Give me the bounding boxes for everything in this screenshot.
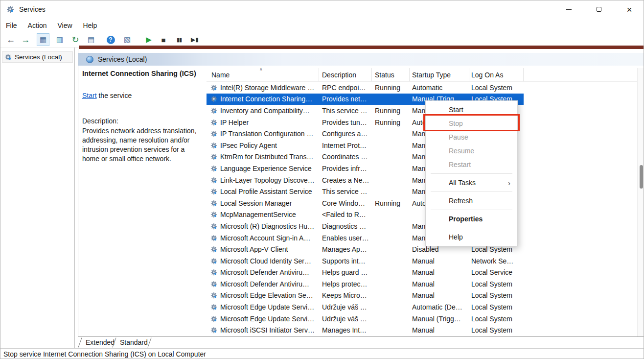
table-row[interactable]: KtmRm for Distributed Trans…Coordinates … [207, 151, 637, 163]
menu-item-properties[interactable]: Properties [426, 212, 517, 226]
service-name-cell: McpManagementService [207, 209, 319, 221]
table-row[interactable]: Microsoft iSCSI Initiator Serv…Manages I… [207, 324, 637, 336]
service-description-cell: Udržuje váš … [319, 313, 372, 325]
maximize-button[interactable] [584, 0, 614, 18]
column-header-filler [524, 68, 637, 81]
table-row[interactable]: Microsoft Cloud Identity Ser…Supports in… [207, 255, 637, 267]
menu-action[interactable]: Action [23, 18, 52, 32]
table-row[interactable]: McpManagementService<Failed to R… [207, 209, 637, 221]
menu-item-refresh[interactable]: Refresh [426, 194, 517, 208]
service-description-cell: Provides net… [319, 94, 372, 105]
service-description-cell: <Failed to R… [319, 209, 372, 221]
table-row[interactable]: Microsoft Edge Update Servi…Udržuje váš … [207, 301, 637, 313]
services-window: Services × File Action View Help ← → ▦ ▥… [0, 0, 644, 359]
table-row-filler [524, 313, 637, 325]
table-row[interactable]: Microsoft Edge Elevation Se…Keeps Micro…… [207, 290, 637, 302]
column-header-name[interactable]: ∧ Name [207, 68, 319, 81]
restart-service-icon[interactable]: ▶▮ [188, 33, 201, 46]
service-name-cell: Local Profile Assistant Service [207, 186, 319, 197]
table-row[interactable]: IPsec Policy AgentInternet Prot…Manual [207, 140, 637, 151]
panel-header-icon [86, 56, 93, 63]
refresh-icon[interactable]: ↻ [69, 33, 82, 46]
table-row[interactable]: Inventory and Compatibility…This service… [207, 105, 637, 117]
console-tree-icon[interactable]: ▦ [37, 33, 49, 46]
menu-item-label: All Tasks [449, 179, 476, 187]
service-icon [210, 281, 217, 287]
table-row-filler [524, 209, 637, 221]
column-header-log-on-as[interactable]: Log On As [469, 68, 524, 81]
table-row-filler [524, 94, 637, 105]
table-row-filler [524, 290, 637, 302]
table-row-filler [524, 255, 637, 267]
table-row[interactable]: Language Experience ServiceProvides infr… [207, 163, 637, 174]
service-status-cell [372, 128, 410, 140]
service-icon [210, 304, 217, 311]
description-label: Description: [82, 117, 118, 125]
start-service-icon[interactable]: ▶ [142, 33, 155, 46]
table-row[interactable]: Microsoft Account Sign-in A…Enables user… [207, 232, 637, 244]
back-icon[interactable]: ← [4, 33, 17, 46]
column-header-description[interactable]: Description [319, 68, 372, 81]
export-list-icon[interactable]: ▤ [85, 33, 97, 46]
table-row[interactable]: Local Session ManagerCore Windo…RunningA… [207, 197, 637, 209]
service-description-cell: Coordinates … [319, 151, 372, 163]
minimize-button[interactable] [553, 0, 584, 18]
vertical-scrollbar[interactable] [637, 68, 644, 336]
service-icon [210, 327, 217, 334]
table-row-main: Microsoft Defender Antiviru…Helps protec… [207, 278, 524, 290]
scrollbar-thumb[interactable] [640, 165, 643, 189]
table-row[interactable]: Link-Layer Topology Discove…Creates a Ne… [207, 174, 637, 186]
close-button[interactable]: × [614, 0, 644, 18]
accent-bar [79, 46, 644, 49]
menu-item-resume: Resume [426, 144, 517, 158]
properties-pane-icon[interactable]: ▧ [121, 33, 134, 46]
service-name-cell: Microsoft Cloud Identity Ser… [207, 255, 319, 267]
table-row[interactable]: Local Profile Assistant ServiceThis serv… [207, 186, 637, 197]
service-description-cell: Manages Ap… [319, 243, 372, 255]
menu-view[interactable]: View [52, 18, 77, 32]
service-status-cell [372, 163, 410, 174]
menu-item-all-tasks[interactable]: All Tasks› [426, 176, 517, 190]
selected-service-title: Internet Connection Sharing (ICS) [82, 70, 206, 77]
column-header-status[interactable]: Status [372, 68, 410, 81]
stop-service-icon[interactable]: ■ [157, 33, 170, 46]
menu-help[interactable]: Help [78, 18, 103, 32]
action-pane-icon[interactable]: ▥ [53, 33, 66, 46]
tab-divider [78, 337, 82, 347]
table-row-filler [524, 140, 637, 151]
service-description-cell: This service … [319, 186, 372, 197]
table-row[interactable]: Microsoft Edge Update Servi…Udržuje váš … [207, 313, 637, 325]
help-icon[interactable]: ? [104, 33, 117, 46]
tree-item-services-local[interactable]: Services (Local) [2, 51, 73, 63]
menu-item-help[interactable]: Help [426, 230, 517, 244]
service-icon [210, 130, 217, 137]
table-row[interactable]: IP Translation Configuration …Configures… [207, 128, 637, 140]
table-row[interactable]: Intel(R) Storage Middleware …RPC endpoi…… [207, 82, 637, 94]
table-row-filler [524, 324, 637, 336]
service-icon [210, 142, 217, 149]
start-service-link[interactable]: Start [82, 92, 97, 99]
table-row[interactable]: Microsoft Defender Antiviru…Helps guard … [207, 267, 637, 279]
service-icon [210, 235, 217, 241]
column-header-startup-type[interactable]: Startup Type [410, 68, 469, 81]
service-status-cell [372, 94, 410, 105]
forward-icon[interactable]: → [19, 33, 32, 46]
service-name-cell: Language Experience Service [207, 163, 319, 174]
service-icon [210, 269, 217, 276]
table-row-filler [524, 186, 637, 197]
table-row[interactable]: Microsoft (R) Diagnostics Hu…Diagnostics… [207, 220, 637, 232]
table-row[interactable]: IP HelperProvides tun…RunningAutomatic [207, 117, 637, 128]
menu-file[interactable]: File [0, 18, 23, 32]
service-logon-cell: Local System [469, 82, 524, 94]
table-row-main: Microsoft Defender Antiviru…Helps guard … [207, 267, 524, 279]
table-row[interactable]: Microsoft App-V ClientManages Ap…Disable… [207, 243, 637, 255]
table-row[interactable]: Microsoft Defender Antiviru…Helps protec… [207, 278, 637, 290]
service-startup-cell: Manual [410, 278, 469, 290]
tab-standard[interactable]: Standard [120, 338, 148, 346]
service-action-line: Start the service [82, 92, 132, 99]
table-row[interactable]: Internet Connection Sharing…Provides net… [207, 94, 637, 105]
pause-service-icon[interactable]: ▮▮ [173, 33, 185, 46]
tab-extended[interactable]: Extended [86, 338, 115, 346]
service-description-cell: Keeps Micro… [319, 290, 372, 302]
service-name-cell: Microsoft Edge Elevation Se… [207, 290, 319, 302]
